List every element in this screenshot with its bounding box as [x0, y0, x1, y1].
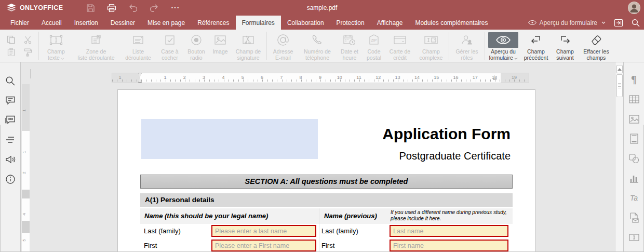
- navigation-headings-icon[interactable]: [4, 134, 17, 146]
- form-preview-label: Aperçu du formulaire: [540, 19, 597, 26]
- ruler-number: 15: [434, 75, 439, 80]
- about-info-icon[interactable]: [4, 173, 17, 185]
- manage-roles-button[interactable]: Gérer les rôles: [450, 30, 484, 62]
- manage-roles-label: Gérer les rôles: [455, 48, 478, 61]
- paste-icon[interactable]: [6, 47, 16, 57]
- mail-merge-icon[interactable]: [628, 211, 640, 224]
- form-preview-toggle[interactable]: Aperçu du formulaire: [528, 19, 606, 26]
- ruler-number: 19: [512, 75, 517, 80]
- dropdown-list-button[interactable]: Liste déroulante: [120, 30, 156, 62]
- checkbox-button[interactable]: Case à cocher: [156, 30, 183, 62]
- ruler-number: 18: [492, 75, 497, 80]
- print-icon[interactable]: [107, 4, 116, 12]
- radio-button-label: Bouton radio: [187, 48, 205, 61]
- onlyoffice-pdf-editor: ONLYOFFICE ··· sample.pdf Fichier Accuei…: [0, 0, 644, 252]
- datetime-field-button[interactable]: Date et heure: [337, 30, 363, 62]
- text-field-button[interactable]: Champ texte: [40, 30, 72, 62]
- form-preview-button[interactable]: Aperçu du formulaire: [486, 30, 520, 62]
- text-art-settings-icon[interactable]: Ta: [628, 192, 640, 204]
- zip-code-field-button[interactable]: ZIP Code postal: [363, 30, 385, 62]
- tab-accueil[interactable]: Accueil: [35, 16, 68, 30]
- redo-icon[interactable]: [150, 4, 159, 12]
- image-settings-icon[interactable]: [628, 113, 640, 125]
- chart-settings-icon[interactable]: [628, 172, 640, 184]
- menu-tab-bar: Fichier Accueil Insertion Dessiner Mise …: [0, 16, 644, 30]
- datetime-field-label: Date et heure: [341, 48, 358, 61]
- ruler-number: 8: [300, 75, 302, 80]
- tab-formulaires[interactable]: Formulaires: [236, 16, 281, 30]
- next-field-button[interactable]: Champ suivant: [552, 30, 579, 62]
- combo-box-button[interactable]: Zone de liste déroulante: [72, 30, 120, 62]
- format-painter-icon[interactable]: [23, 47, 32, 57]
- search-icon[interactable]: [632, 19, 640, 27]
- form-settings-icon[interactable]: [628, 231, 640, 244]
- radio-button-button[interactable]: Bouton radio: [183, 30, 209, 62]
- logo-image-placeholder[interactable]: [141, 119, 318, 159]
- vertical-scrollbar[interactable]: [615, 62, 623, 252]
- tab-mise-en-page[interactable]: Mise en page: [141, 16, 191, 30]
- credit-card-field-button[interactable]: Carte de crédit: [385, 30, 414, 62]
- first-name-input[interactable]: [211, 240, 316, 251]
- save-icon[interactable]: [86, 4, 95, 12]
- phone-field-label: Numéro de téléphone: [304, 48, 331, 61]
- paragraph-settings-icon[interactable]: ¶: [628, 73, 640, 86]
- vertical-ruler[interactable]: 1 1 2 4 5: [21, 62, 30, 252]
- tab-dessiner[interactable]: Dessiner: [104, 16, 141, 30]
- image-field-button[interactable]: Image: [209, 30, 231, 62]
- last-name-row: Last (family) Last (family): [140, 224, 513, 238]
- header-footer-settings-icon[interactable]: [628, 132, 640, 145]
- cut-icon[interactable]: [23, 35, 32, 44]
- ruler-number: 13: [395, 75, 400, 80]
- scroll-up-button[interactable]: [616, 65, 623, 73]
- clear-fields-button[interactable]: Effacer les champs: [579, 30, 614, 62]
- copy-icon[interactable]: [6, 35, 16, 44]
- complex-field-button[interactable]: Champ complexe: [414, 30, 448, 62]
- dropdown-list-label: Liste déroulante: [125, 48, 151, 61]
- last-name-input[interactable]: [211, 225, 316, 237]
- tab-references[interactable]: Références: [191, 16, 235, 30]
- signature-field-button[interactable]: Champ de signature: [231, 30, 265, 62]
- combo-box-label: Zone de liste déroulante: [77, 48, 114, 61]
- phone-field-button[interactable]: Numéro de téléphone: [298, 30, 337, 62]
- eye-icon: [488, 32, 518, 48]
- user-avatar[interactable]: [628, 2, 640, 14]
- tab-fichier[interactable]: Fichier: [4, 16, 35, 30]
- main-area: L 1 1 2 4 5 1 19: [0, 62, 644, 252]
- scrollbar-thumb[interactable]: [616, 74, 623, 97]
- name-previous-label: Name (previous): [324, 212, 377, 220]
- table-settings-icon[interactable]: [628, 93, 640, 105]
- previous-first-name-input[interactable]: [390, 240, 508, 251]
- title-bar: ONLYOFFICE ··· sample.pdf: [0, 0, 644, 16]
- next-field-label: Champ suivant: [556, 48, 574, 61]
- document-page[interactable]: Application Form Postgraduate Certificat…: [117, 89, 535, 252]
- chat-icon[interactable]: [4, 114, 17, 126]
- feedback-icon[interactable]: [4, 153, 17, 166]
- horizontal-ruler[interactable]: 1 19 123456789101112131415161718: [112, 73, 529, 83]
- ruler-number: 16: [453, 75, 458, 80]
- tab-affichage[interactable]: Affichage: [371, 16, 409, 30]
- tab-modules-complementaires[interactable]: Modules complémentaires: [409, 16, 494, 30]
- ruler-number: 9: [319, 75, 321, 80]
- comments-icon[interactable]: [4, 94, 17, 107]
- previous-field-button[interactable]: Champ précédent: [520, 30, 552, 62]
- clear-fields-label: Effacer les champs: [583, 48, 609, 61]
- chevron-down-icon: [601, 21, 606, 24]
- document-heading: Application Form: [382, 125, 511, 143]
- shape-settings-icon[interactable]: [628, 152, 640, 165]
- previous-field-label: Champ précédent: [524, 48, 548, 61]
- undo-icon[interactable]: [128, 4, 138, 12]
- search-icon[interactable]: [4, 74, 17, 87]
- ruler-number: 4: [222, 75, 224, 80]
- name-previous-note: If you used a different name during prev…: [391, 209, 511, 222]
- email-field-button[interactable]: Adresse E-mail: [268, 30, 298, 62]
- tab-collaboration[interactable]: Collaboration: [281, 16, 330, 30]
- previous-last-name-input[interactable]: [390, 225, 508, 237]
- more-actions-icon[interactable]: ···: [171, 5, 180, 10]
- ruler-number: 14: [414, 75, 420, 80]
- tab-protection[interactable]: Protection: [330, 16, 371, 30]
- previous-field-icon: [530, 32, 542, 48]
- tab-insertion[interactable]: Insertion: [68, 16, 104, 30]
- open-file-location-icon[interactable]: [614, 19, 623, 27]
- ruler-number: 7: [280, 75, 283, 80]
- last-name-label: Last (family): [144, 227, 181, 235]
